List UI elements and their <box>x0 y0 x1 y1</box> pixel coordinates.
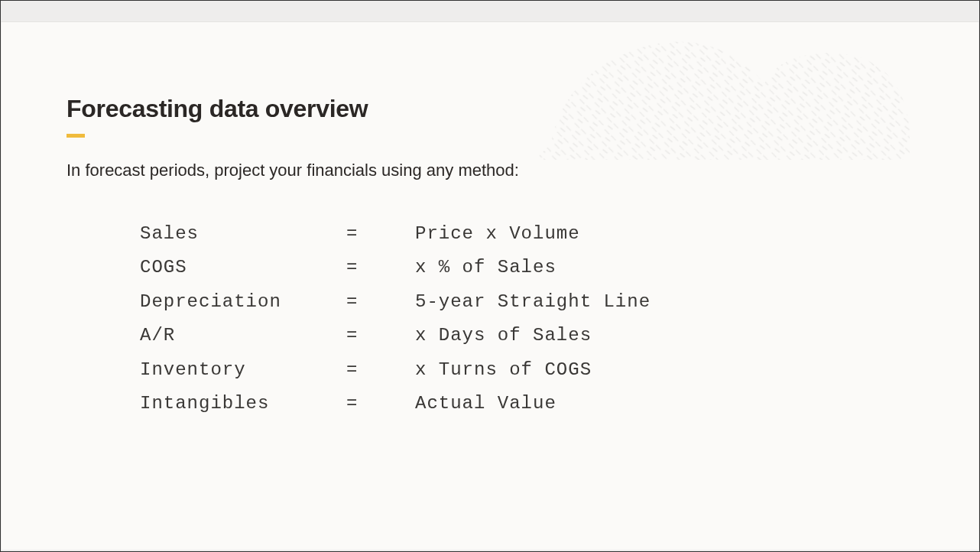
formula-name: Inventory <box>140 353 346 387</box>
formula-row: COGS = x % of Sales <box>140 251 913 284</box>
formula-row: Depreciation = 5-year Straight Line <box>140 285 913 319</box>
formula-value: Actual Value <box>415 387 557 420</box>
formula-eq: = <box>346 387 415 420</box>
formula-row: A/R = x Days of Sales <box>140 319 913 352</box>
formula-value: x Days of Sales <box>415 319 592 352</box>
formula-eq: = <box>346 217 415 251</box>
top-bar <box>1 1 979 22</box>
formula-name: COGS <box>140 251 346 284</box>
formula-row: Sales = Price x Volume <box>140 217 913 251</box>
formula-eq: = <box>346 353 415 387</box>
formula-eq: = <box>346 251 415 284</box>
formula-row: Intangibles = Actual Value <box>140 387 913 420</box>
formula-value: x % of Sales <box>415 251 557 284</box>
formula-row: Inventory = x Turns of COGS <box>140 353 913 387</box>
title-accent-bar <box>67 134 85 138</box>
slide-content: Forecasting data overview In forecast pe… <box>2 22 978 451</box>
formula-name: Sales <box>140 217 346 251</box>
formula-eq: = <box>346 319 415 352</box>
slide-title: Forecasting data overview <box>67 95 913 123</box>
slide: Forecasting data overview In forecast pe… <box>2 22 978 550</box>
formula-value: 5-year Straight Line <box>415 285 651 319</box>
slide-frame: Forecasting data overview In forecast pe… <box>0 0 980 552</box>
formula-value: Price x Volume <box>415 217 580 251</box>
formula-name: Depreciation <box>140 285 346 319</box>
formula-name: Intangibles <box>140 387 346 420</box>
intro-text: In forecast periods, project your financ… <box>67 161 913 180</box>
formula-name: A/R <box>140 319 346 352</box>
formula-list: Sales = Price x Volume COGS = x % of Sal… <box>140 217 913 420</box>
formula-eq: = <box>346 285 415 319</box>
formula-value: x Turns of COGS <box>415 353 592 387</box>
